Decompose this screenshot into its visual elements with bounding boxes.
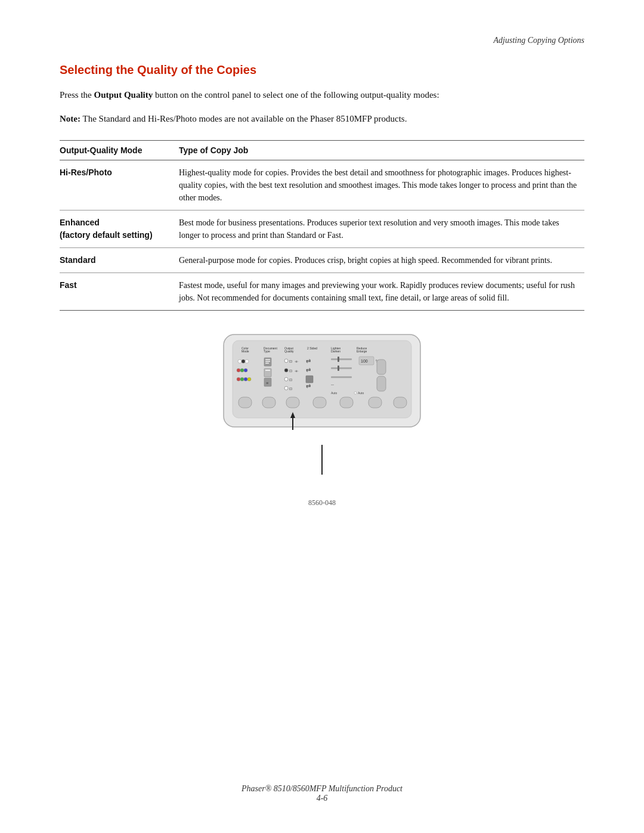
svg-point-31 [284,359,288,363]
svg-point-19 [237,377,240,381]
description-cell: Highest-quality mode for copies. Provide… [179,160,584,210]
quality-table: Output-Quality Mode Type of Copy Job Hi-… [60,140,584,311]
control-panel-svg: Color Mode Document Type Output Quality … [221,329,423,445]
svg-rect-46 [338,357,339,362]
svg-text:Darken: Darken [331,349,340,353]
svg-text:⊡: ⊡ [289,387,292,391]
mode-cell: Standard [60,248,179,273]
svg-rect-26 [265,363,269,364]
description-cell: Best mode for business presentations. Pr… [179,210,584,248]
footer-page-number: 4-6 [0,794,644,803]
col1-header: Output-Quality Mode [60,141,179,160]
page-header: Adjusting Copying Options [60,36,584,45]
col2-header: Type of Copy Job [179,141,584,160]
svg-point-34 [284,368,288,372]
svg-rect-55 [377,360,386,374]
output-quality-bold: Output Quality [94,90,153,100]
svg-text:⊡: ⊡ [289,360,292,363]
svg-point-22 [247,377,251,381]
svg-text:Quality: Quality [284,349,294,353]
image-caption: 8560-048 [308,498,336,507]
svg-rect-28 [265,370,270,371]
svg-rect-60 [262,397,275,408]
svg-text:⇄: ⇄ [306,358,311,364]
table-row: FastFastest mode, useful for many images… [60,273,584,311]
svg-rect-65 [394,397,407,408]
svg-text:Enlarge: Enlarge [357,349,367,353]
svg-rect-47 [331,367,352,369]
svg-point-20 [240,377,244,381]
svg-point-58 [354,392,357,394]
factory-default-label: (factory default setting) [60,230,153,240]
svg-text:⇄: ⇄ [306,383,311,389]
mode-cell: Enhanced(factory default setting) [60,210,179,248]
arrow-line [321,445,323,475]
footer-product: Phaser® 8510/8560MFP Multifunction Produ… [0,784,644,794]
intro-paragraph: Press the Output Quality button on the c… [60,88,584,102]
control-panel-container: Color Mode Document Type Output Quality … [60,329,584,507]
note-label: Note: [60,114,80,123]
svg-rect-43 [306,376,313,383]
note-paragraph: Note: The Standard and Hi-Res/Photo mode… [60,112,584,126]
svg-point-21 [244,377,247,381]
svg-point-18 [244,368,247,372]
svg-text:⊡: ⊡ [289,378,292,382]
svg-rect-63 [340,397,353,408]
svg-point-37 [284,377,288,381]
panel-svg-wrapper: Color Mode Document Type Output Quality … [221,329,423,507]
svg-text:⊡: ⊡ [289,369,292,373]
svg-text:·⊕·: ·⊕· [295,360,299,363]
mode-cell: Fast [60,273,179,311]
svg-rect-61 [286,397,299,408]
svg-point-13 [238,360,242,363]
svg-text:100: 100 [361,359,368,363]
svg-text:⇄: ⇄ [306,367,311,373]
svg-text:·⊕·: ·⊕· [295,369,299,373]
intro-text-rest: button on the control panel to select on… [155,90,439,100]
table-row: StandardGeneral-purpose mode for copies.… [60,248,584,273]
svg-text:≡: ≡ [266,381,268,385]
svg-text:Mode: Mode [242,349,249,353]
mode-cell: Hi-Res/Photo [60,160,179,210]
svg-point-17 [240,368,244,372]
note-text: The Standard and Hi-Res/Photo modes are … [80,114,407,123]
svg-text:Type: Type [264,349,270,353]
svg-rect-56 [377,376,386,391]
svg-text:Auto: Auto [358,391,364,395]
svg-text:—: — [331,383,334,386]
section-title: Selecting the Quality of the Copies [60,63,584,77]
svg-text:Auto: Auto [331,391,338,395]
svg-text:2 Sided: 2 Sided [307,346,317,350]
header-text: Adjusting Copying Options [494,36,584,45]
svg-rect-59 [239,397,252,408]
svg-point-39 [284,386,288,390]
table-row: Hi-Res/PhotoHighest-quality mode for cop… [60,160,584,210]
description-cell: General-purpose mode for copies. Produce… [179,248,584,273]
description-cell: Fastest mode, useful for many images and… [179,273,584,311]
svg-rect-24 [265,359,270,360]
svg-rect-45 [331,358,352,360]
svg-point-15 [245,360,249,363]
table-row: Enhanced(factory default setting)Best mo… [60,210,584,248]
page-container: Adjusting Copying Options Selecting the … [0,0,644,833]
svg-rect-49 [331,376,352,378]
svg-rect-48 [338,366,339,371]
svg-point-14 [242,360,245,363]
page-footer: Phaser® 8510/8560MFP Multifunction Produ… [0,784,644,803]
svg-rect-64 [369,397,382,408]
svg-point-16 [237,368,240,372]
svg-rect-62 [313,397,326,408]
svg-rect-25 [265,361,270,362]
